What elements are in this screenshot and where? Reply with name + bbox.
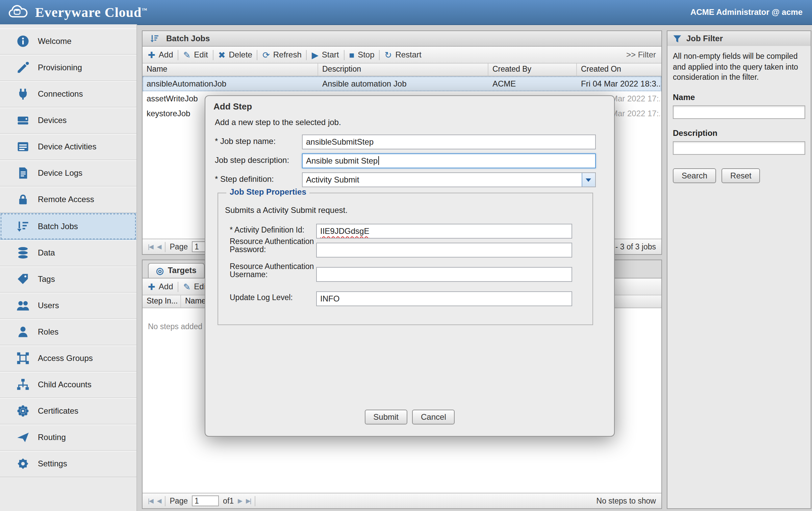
sidebar-item-batch-jobs[interactable]: Batch Jobs bbox=[0, 213, 136, 240]
sidebar-item-certificates[interactable]: Certificates bbox=[0, 398, 136, 424]
application-window: Everyware Cloud™ ACME Administrator @ ac… bbox=[0, 0, 812, 511]
activity-definition-id-label: * Activity Definition Id: bbox=[230, 226, 315, 234]
sidebar-item-access-groups[interactable]: Access Groups bbox=[0, 345, 136, 372]
filter-toggle[interactable]: >> Filter bbox=[626, 50, 656, 59]
tags-icon bbox=[16, 272, 30, 286]
last-page-icon[interactable]: ▶| bbox=[246, 497, 251, 504]
step-definition-select[interactable]: Activity Submit bbox=[302, 172, 596, 187]
plug-icon bbox=[16, 87, 30, 101]
filter-description-input[interactable] bbox=[673, 141, 805, 154]
funnel-icon bbox=[673, 34, 682, 43]
sidebar-item-label: Device Logs bbox=[38, 168, 82, 178]
sidebar-item-child-accounts[interactable]: Child Accounts bbox=[0, 372, 136, 398]
certificate-icon bbox=[16, 404, 30, 418]
sidebar-item-label: Provisioning bbox=[38, 63, 82, 72]
panel-title: Job Filter bbox=[686, 34, 723, 43]
job-step-description-input[interactable]: Ansible submit Step bbox=[302, 153, 596, 168]
fieldset-legend: Job Step Properties bbox=[226, 187, 310, 197]
batch-jobs-icon bbox=[16, 220, 30, 233]
sidebar-item-devices[interactable]: Devices bbox=[0, 107, 136, 134]
activity-definition-id-input[interactable]: IIE9JDGdsgE bbox=[316, 224, 572, 239]
update-log-level-label: Update Log Level: bbox=[230, 293, 315, 301]
edit-button[interactable]: ✎Edit bbox=[183, 50, 208, 59]
filter-help-text: All non-empty fields will be compiled an… bbox=[673, 51, 805, 83]
column-header-created-on[interactable]: Created On bbox=[577, 64, 660, 76]
restart-button[interactable]: ↻Restart bbox=[385, 50, 422, 59]
submit-button[interactable]: Submit bbox=[364, 410, 407, 424]
sidebar-nav: Welcome Provisioning Connections Devices… bbox=[0, 24, 137, 511]
role-icon bbox=[16, 325, 30, 339]
sidebar-item-label: Device Activities bbox=[38, 142, 96, 151]
column-header-name[interactable]: Name bbox=[143, 64, 318, 76]
dialog-title: Add Step bbox=[205, 96, 614, 116]
sidebar-item-data[interactable]: Data bbox=[0, 240, 136, 266]
sidebar-item-settings[interactable]: Settings bbox=[0, 451, 136, 477]
sidebar-item-roles[interactable]: Roles bbox=[0, 319, 136, 345]
sidebar-item-remote-access[interactable]: Remote Access bbox=[0, 187, 136, 213]
tab-targets[interactable]: ◎ Targets bbox=[148, 263, 205, 278]
sidebar-item-label: Access Groups bbox=[38, 354, 93, 363]
info-icon bbox=[16, 34, 30, 48]
panel-title: Batch Jobs bbox=[166, 34, 210, 43]
sidebar-item-welcome[interactable]: Welcome bbox=[0, 28, 136, 55]
prev-page-icon[interactable]: ◀ bbox=[157, 497, 161, 504]
pager-status: No steps to show bbox=[597, 497, 656, 505]
sidebar-item-provisioning[interactable]: Provisioning bbox=[0, 55, 136, 81]
cell-description: Ansible automation Job bbox=[318, 79, 488, 89]
chevron-down-icon[interactable] bbox=[582, 173, 595, 187]
plus-icon: ✚ bbox=[148, 50, 155, 59]
job-step-name-input[interactable]: ansibleSubmitStep bbox=[302, 135, 596, 149]
reset-button[interactable]: Reset bbox=[721, 168, 760, 183]
add-step-button[interactable]: ✚Add bbox=[148, 282, 173, 291]
stop-button[interactable]: ■Stop bbox=[349, 50, 374, 59]
page-number-input[interactable]: 1 bbox=[192, 495, 219, 506]
edit-step-button[interactable]: ✎Edit bbox=[183, 282, 208, 291]
batch-jobs-toolbar: ✚Add ✎Edit ✖Delete ⟳Refresh ▶Start ■Stop… bbox=[143, 47, 661, 64]
search-button[interactable]: Search bbox=[673, 168, 716, 183]
column-header-created-by[interactable]: Created By bbox=[488, 64, 577, 76]
resource-auth-username-label: Resource Authentication Username: bbox=[230, 262, 315, 278]
sidebar-item-tags[interactable]: Tags bbox=[0, 266, 136, 293]
play-icon: ▶ bbox=[312, 50, 319, 59]
page-label: Page bbox=[170, 497, 188, 505]
resource-auth-password-input[interactable] bbox=[316, 243, 572, 258]
brand: Everyware Cloud™ bbox=[0, 4, 147, 20]
trademark: ™ bbox=[142, 7, 147, 13]
jobs-table-header: Name Description Created By Created On bbox=[143, 64, 661, 76]
x-icon: ✖ bbox=[218, 50, 226, 59]
add-button[interactable]: ✚Add bbox=[148, 50, 173, 59]
sidebar-item-connections[interactable]: Connections bbox=[0, 81, 136, 107]
resource-auth-username-input[interactable] bbox=[316, 267, 572, 282]
sidebar-item-routing[interactable]: Routing bbox=[0, 424, 136, 451]
column-header-step-index[interactable]: Step In... bbox=[143, 295, 181, 308]
first-page-icon[interactable]: |◀ bbox=[148, 497, 153, 504]
page-label: Page bbox=[170, 243, 188, 251]
sidebar-item-users[interactable]: Users bbox=[0, 293, 136, 319]
plus-icon: ✚ bbox=[148, 282, 155, 291]
sidebar-item-label: Child Accounts bbox=[38, 380, 92, 389]
cancel-button[interactable]: Cancel bbox=[412, 410, 455, 424]
dialog-intro-text: Add a new step to the selected job. bbox=[215, 118, 341, 127]
logged-in-user[interactable]: ACME Administrator @ acme bbox=[690, 7, 812, 17]
column-header-description[interactable]: Description bbox=[318, 64, 488, 76]
document-icon bbox=[16, 166, 30, 180]
steps-pager: |◀ ◀ Page 1 of1 ▶ ▶| No steps to show bbox=[143, 493, 661, 508]
target-icon: ◎ bbox=[156, 266, 164, 275]
first-page-icon[interactable]: |◀ bbox=[148, 243, 153, 250]
delete-button[interactable]: ✖Delete bbox=[218, 50, 252, 59]
next-page-icon[interactable]: ▶ bbox=[238, 497, 242, 504]
start-button[interactable]: ▶Start bbox=[312, 50, 339, 59]
batch-jobs-icon bbox=[148, 34, 161, 43]
sidebar-item-device-logs[interactable]: Device Logs bbox=[0, 160, 136, 187]
prev-page-icon[interactable]: ◀ bbox=[157, 243, 161, 250]
table-row[interactable]: ansibleAutomationJob Ansible automation … bbox=[143, 76, 661, 91]
refresh-button[interactable]: ⟳Refresh bbox=[262, 50, 302, 59]
sidebar-item-device-activities[interactable]: Device Activities bbox=[0, 134, 136, 160]
sidebar-item-label: Routing bbox=[38, 433, 66, 442]
sidebar-item-label: Connections bbox=[38, 89, 83, 99]
update-log-level-input[interactable]: INFO bbox=[316, 291, 572, 306]
hierarchy-icon bbox=[16, 378, 30, 391]
restart-icon: ↻ bbox=[385, 50, 392, 59]
filter-name-input[interactable] bbox=[673, 105, 805, 119]
filter-name-label: Name bbox=[673, 92, 805, 102]
